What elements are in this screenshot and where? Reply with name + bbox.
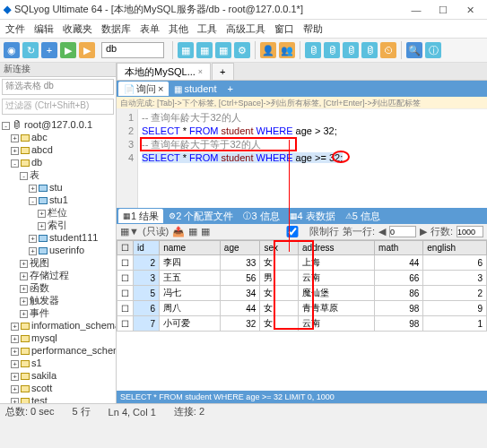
col-id[interactable]: id [134, 241, 160, 255]
tree-group: +视图 [2, 256, 114, 269]
tree-table: +userinfo [2, 244, 114, 256]
menu-advtools[interactable]: 高级工具 [226, 22, 265, 36]
tool-icon-2[interactable]: ▦ [196, 42, 213, 58]
new-query-icon[interactable]: + [41, 42, 57, 58]
limit-checkbox[interactable] [279, 226, 306, 237]
next-page-icon[interactable]: ▶ [420, 226, 427, 237]
execute-icon[interactable]: ▶ [60, 42, 76, 58]
toolbar: ◉ ↻ + ▶ ▶ db ▦ ▦ ▦ ⚙ 👤 👥 🛢 🛢 🛢 🛢 ⏲ 🔍 ⓘ [0, 38, 487, 63]
table-row[interactable]: ☐7小可爱32女云南981 [117, 316, 487, 332]
menu-file[interactable]: 文件 [5, 22, 25, 36]
menu-database[interactable]: 数据库 [101, 22, 131, 36]
filter-hint[interactable]: 过滤器 (Ctrl+Shift+B) [2, 99, 114, 115]
new-subtab[interactable]: + [222, 82, 239, 96]
object-tree[interactable]: -🛢 root@127.0.0.1 +abc +abcd -db -表 +stu… [0, 116, 116, 403]
line-gutter: 1234 [117, 109, 138, 208]
db-icon-2[interactable]: 🛢 [324, 42, 340, 58]
minimize-button[interactable]: — [403, 1, 430, 19]
export-icon[interactable]: 📤 [172, 226, 185, 237]
grid-mode-icon[interactable]: ▦▼ [120, 226, 139, 237]
tree-table: +student111 [2, 231, 114, 244]
sidebar: 新连接 筛选表格 db 过滤器 (Ctrl+Shift+B) -🛢 root@1… [0, 63, 117, 403]
connection-tab[interactable]: 本地的MySQL...× [117, 63, 211, 80]
tree-db: -db [2, 156, 114, 168]
tree-sub: +栏位 [2, 206, 114, 219]
grid-tool-icon[interactable]: ▦ [201, 226, 210, 237]
table-tab[interactable]: ▦ student [169, 82, 222, 96]
close-button[interactable]: ✕ [457, 1, 483, 19]
schedule-icon[interactable]: ⏲ [380, 42, 396, 58]
table-row[interactable]: ☐6周八44女青青草原989 [117, 301, 487, 316]
tree-sub: +索引 [2, 219, 114, 231]
execute-all-icon[interactable]: ▶ [79, 42, 95, 58]
result-tab-1[interactable]: ▦ 1 结果 [118, 209, 163, 223]
tool-icon-1[interactable]: ▦ [178, 42, 194, 58]
col-name[interactable]: name [160, 241, 221, 255]
table-row[interactable]: ☐3王五56男云南663 [117, 271, 487, 286]
search-icon[interactable]: 🔍 [406, 42, 422, 58]
status-conn: 连接: 2 [174, 405, 204, 418]
menu-help[interactable]: 帮助 [303, 22, 323, 36]
user-icon[interactable]: 👤 [260, 42, 276, 58]
separator [401, 41, 402, 59]
checkbox-header[interactable]: ☐ [117, 241, 134, 255]
tool-icon-3[interactable]: ▦ [215, 42, 231, 58]
maximize-button[interactable]: ☐ [430, 1, 457, 19]
tree-db: +test [2, 394, 114, 403]
status-total: 总数: 0 sec [5, 405, 54, 418]
tree-table: -stu1 [2, 194, 114, 206]
grid-toolbar: ▦▼ (只读) 📤 ▦ ▦ 限制行 第一行: ◀ ▶ 行数: [117, 224, 487, 240]
autocomplete-hint: 自动完成: [Tab]->下个标签, [Ctrl+Space]->列出所有标签,… [117, 97, 487, 109]
sql-editor[interactable]: 1234 -- 查询年龄大于32的人 SELECT * FROM student… [117, 109, 487, 208]
col-sex[interactable]: sex [260, 241, 299, 255]
users-icon[interactable]: 👥 [279, 42, 295, 58]
table-row[interactable]: ☐2李四33女上海446 [117, 255, 487, 271]
new-connection-icon[interactable]: ◉ [4, 42, 20, 58]
db-icon-1[interactable]: 🛢 [305, 42, 321, 58]
result-tab-5[interactable]: ⚠ 5 信息 [341, 209, 385, 223]
status-rows: 5 行 [72, 405, 90, 418]
menu-other[interactable]: 其他 [169, 22, 188, 36]
firstrow-input[interactable] [389, 226, 416, 237]
col-english[interactable]: english [423, 241, 487, 255]
tree-group: +触发器 [2, 294, 114, 306]
rows-input[interactable] [457, 226, 483, 237]
database-selector[interactable]: db [101, 42, 164, 58]
separator [300, 41, 300, 59]
info-icon[interactable]: ⓘ [425, 42, 441, 58]
db-icon-4[interactable]: 🛢 [361, 42, 378, 58]
limit-label: 限制行 [309, 225, 339, 238]
rows-label: 行数: [430, 225, 453, 238]
menu-edit[interactable]: 编辑 [34, 22, 54, 36]
tool-icon-4[interactable]: ⚙ [234, 42, 250, 58]
menu-fav[interactable]: 收藏夹 [63, 22, 92, 36]
code-area[interactable]: -- 查询年龄大于32的人 SELECT * FROM student WHER… [138, 109, 487, 208]
result-tab-3[interactable]: ⓘ 3 信息 [239, 209, 283, 223]
connection-tabs: 本地的MySQL...× + [117, 63, 487, 81]
refresh-icon[interactable]: ↻ [22, 42, 39, 58]
col-age[interactable]: age [220, 241, 260, 255]
tree-db: +abc [2, 131, 114, 143]
result-grid[interactable]: ☐ id name age sex address math english ☐… [117, 240, 487, 391]
tree-db: +sakila [2, 369, 114, 382]
col-math[interactable]: math [375, 241, 423, 255]
new-tab[interactable]: + [212, 63, 233, 80]
menubar: 文件 编辑 收藏夹 数据库 表单 其他 工具 高级工具 窗口 帮助 [0, 20, 487, 38]
db-icon-3[interactable]: 🛢 [343, 42, 359, 58]
tree-db: +information_schema [2, 319, 114, 332]
tree-db: +abcd [2, 143, 114, 156]
tree-db: +performance_schema [2, 344, 114, 357]
prev-page-icon[interactable]: ◀ [378, 226, 386, 237]
query-tab[interactable]: 📄 询问 × [118, 82, 169, 96]
grid-tool-icon[interactable]: ▦ [188, 226, 197, 237]
menu-tools[interactable]: 工具 [197, 22, 217, 36]
result-tabs: ▦ 1 结果 ⚙ 2 个配置文件 ⓘ 3 信息 ▦ 4 表数据 ⚠ 5 信息 [117, 208, 487, 224]
menu-table[interactable]: 表单 [140, 22, 160, 36]
separator [255, 41, 256, 59]
result-tab-2[interactable]: ⚙ 2 个配置文件 [164, 209, 238, 223]
filter-input[interactable]: 筛选表格 db [2, 79, 114, 95]
menu-window[interactable]: 窗口 [274, 22, 294, 36]
col-address[interactable]: address [299, 241, 375, 255]
table-row[interactable]: ☐5冯七34女魔仙堡862 [117, 286, 487, 301]
result-tab-4[interactable]: ▦ 4 表数据 [285, 209, 340, 223]
